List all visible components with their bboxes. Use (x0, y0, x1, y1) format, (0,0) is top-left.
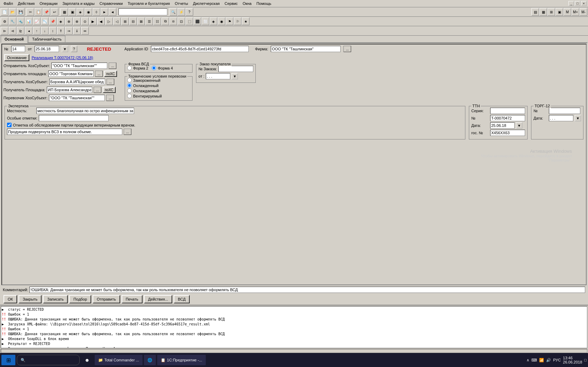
send-button[interactable]: Отправить (93, 295, 120, 303)
tb-paste[interactable]: 📌 (43, 8, 50, 16)
torg12-num-field[interactable] (549, 108, 580, 114)
save-button[interactable]: Записать (43, 295, 68, 303)
tb2-7[interactable]: 📌 (49, 17, 57, 25)
taskbar-browser-btn[interactable]: 🌐 (144, 355, 156, 365)
tb-save[interactable]: 💾 (17, 8, 24, 16)
help-btn[interactable]: ? (71, 46, 77, 52)
menu-file[interactable]: Файл (1, 1, 15, 6)
ttn-gos-field[interactable] (490, 130, 525, 136)
number-field[interactable] (11, 46, 25, 52)
menu-service[interactable]: Сервис (223, 1, 240, 6)
close-button[interactable]: Закрыть (19, 295, 42, 303)
minimize-button[interactable]: _ (568, 1, 574, 6)
ttn-date-cal-btn[interactable]: ▼ (516, 122, 522, 129)
tb-r1[interactable]: ▤ (531, 8, 539, 16)
order-number-field[interactable] (218, 66, 253, 72)
sender-hozsubject-field[interactable] (51, 63, 107, 69)
tb-copy[interactable]: 📋 (35, 8, 42, 16)
tb2-12[interactable]: ▶ (89, 17, 97, 25)
tab-main[interactable]: Основной (1, 36, 28, 43)
maximize-button[interactable]: □ (575, 1, 580, 6)
receiver-hozsubject-btn[interactable]: ... (107, 79, 114, 85)
thermal-frozen-radio[interactable] (127, 78, 132, 82)
tb3-7[interactable]: ↕ (49, 27, 57, 35)
order-date-field[interactable] (206, 73, 230, 79)
sender-hozsubject-btn[interactable]: ... (109, 63, 116, 69)
tb2-9[interactable]: ⊕ (65, 17, 73, 25)
torg12-date-field[interactable] (549, 115, 573, 121)
receiver-po-xs-btn[interactable]: поХС (103, 87, 116, 93)
sender-po-xs-btn[interactable]: поХС (104, 71, 117, 77)
tb3-9[interactable]: ⇒ (65, 27, 73, 35)
start-button[interactable]: ⊞ (1, 355, 15, 365)
tb2-15[interactable]: ◁ (113, 17, 121, 25)
tb2-8[interactable]: ◈ (57, 17, 65, 25)
hide-icons-btn[interactable]: ∧ (527, 358, 529, 362)
menu-trade[interactable]: Торговля и бухгалтерия (125, 1, 172, 6)
tb2-26[interactable]: ⬜ (202, 17, 209, 25)
menu-salary[interactable]: Зарплата и кадры (60, 1, 97, 6)
select-button[interactable]: Подбор (69, 295, 91, 303)
tb-btn3[interactable]: ◈ (77, 8, 84, 16)
note-btn[interactable]: ... (124, 129, 131, 135)
tb2-29[interactable]: ⚑ (226, 17, 233, 25)
tb2-3[interactable]: 🔩 (17, 17, 24, 25)
tb-btn1[interactable]: ▦ (60, 8, 68, 16)
tb3-10[interactable]: ⇓ (73, 27, 81, 35)
notes-field[interactable] (39, 115, 109, 121)
log-scrollbar-h[interactable] (1, 349, 587, 353)
taskbar-cortana-btn[interactable]: ☻ (81, 355, 93, 365)
receiver-ploshadka-btn[interactable]: ... (94, 87, 101, 93)
forma4-radio[interactable] (152, 66, 156, 70)
taskbar-1c-btn[interactable]: 📋 1С:Предприятие -... (157, 355, 206, 365)
tb-r3[interactable]: ⊞ (547, 8, 555, 16)
tb2-20[interactable]: ☷ (153, 17, 161, 25)
date-field[interactable] (35, 46, 59, 52)
ttn-num-field[interactable] (490, 115, 525, 121)
tb2-5[interactable]: 📈 (33, 17, 41, 25)
forma2-option[interactable]: Форма 2 (127, 66, 148, 70)
thermal-ventilated[interactable]: Вентирируемый (127, 94, 190, 98)
date-calendar-btn[interactable]: ▼ (62, 46, 68, 52)
tab-table[interactable]: ТабличнаяЧасть (28, 36, 65, 42)
app-id-field[interactable] (151, 46, 249, 52)
menu-operations[interactable]: Операции (37, 1, 59, 6)
tb-btn4[interactable]: ◉ (85, 8, 92, 16)
locality-field[interactable] (36, 108, 134, 114)
torg12-date-cal-btn[interactable]: ▼ (575, 115, 581, 121)
menu-reference[interactable]: Справочники (97, 1, 125, 6)
tb2-1[interactable]: ⚙ (1, 17, 8, 25)
tb2-17[interactable]: ⊟ (129, 17, 137, 25)
vet-checkbox[interactable] (7, 123, 12, 127)
tb2-18[interactable]: ⊠ (137, 17, 145, 25)
tb2-24[interactable]: ⬚ (186, 17, 193, 25)
taskbar-total-commander-btn[interactable]: 📁 Total Commander ... (95, 355, 143, 365)
osnova-btn[interactable]: Основание (4, 54, 29, 61)
tb2-13[interactable]: ◀ (97, 17, 105, 25)
thermal-chilled[interactable]: Охлаждаемый (127, 88, 190, 93)
tb3-5[interactable]: ↑ (33, 27, 41, 35)
carrier-btn[interactable]: ... (106, 95, 114, 101)
tb-search[interactable]: 🔍 (169, 8, 177, 16)
tb-filter[interactable]: ⚡ (177, 8, 185, 16)
tb-btn2[interactable]: ▣ (68, 8, 76, 16)
tb-combo[interactable] (118, 8, 167, 15)
tb-m+[interactable]: М+ (572, 8, 579, 16)
notifications-btn[interactable]: □ (584, 358, 587, 362)
receiver-ploshadka-field[interactable] (47, 87, 92, 93)
tb2-30[interactable]: ⚐ (234, 17, 241, 25)
tb-open[interactable]: 📂 (9, 8, 16, 16)
log-panel[interactable]: ▶ статус = REJECTED !! Ошибок = 1 !! ОШИ… (1, 306, 587, 348)
tb2-28[interactable]: ◉ (218, 17, 225, 25)
tb-r4[interactable]: ▣ (556, 8, 563, 16)
menu-windows[interactable]: Окна (240, 1, 254, 6)
ok-button[interactable]: ОК (3, 295, 17, 303)
firm-field[interactable] (271, 46, 341, 52)
tb3-4[interactable]: ◂ (25, 27, 32, 35)
forma2-radio[interactable] (127, 66, 132, 70)
menu-reports[interactable]: Отчеты (173, 1, 190, 6)
tb2-10[interactable]: ⊗ (73, 17, 81, 25)
note-field[interactable] (7, 129, 122, 135)
tb-btn7[interactable]: ◄ (109, 8, 116, 16)
menu-dispatcher[interactable]: Диспетчерская (191, 1, 222, 6)
